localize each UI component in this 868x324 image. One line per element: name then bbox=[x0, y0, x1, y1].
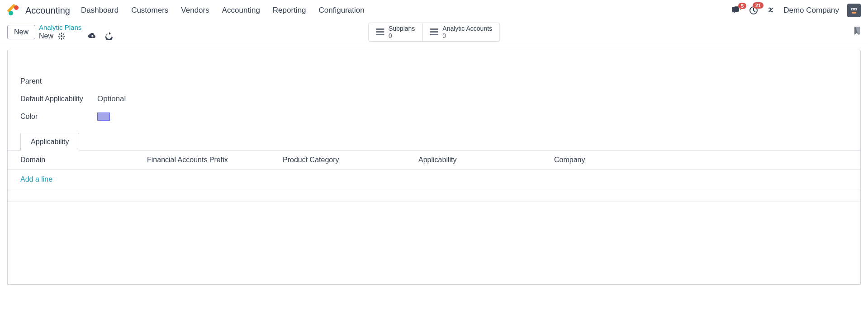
table-header: Domain Financial Accounts Prefix Product… bbox=[8, 150, 860, 170]
gear-icon[interactable] bbox=[58, 33, 65, 40]
breadcrumb-parent[interactable]: Analytic Plans bbox=[39, 23, 113, 31]
add-line-link[interactable]: Add a line bbox=[20, 175, 52, 183]
svg-rect-5 bbox=[851, 8, 857, 10]
field-default-applicability: Default Applicability Optional bbox=[20, 94, 848, 103]
nav-dashboard[interactable]: Dashboard bbox=[81, 6, 119, 15]
stat-accounts-label: Analytic Accounts bbox=[442, 25, 492, 32]
svg-rect-8 bbox=[852, 12, 856, 14]
activities-icon[interactable]: 21 bbox=[749, 6, 758, 15]
nav-menu: Dashboard Customers Vendors Accounting R… bbox=[81, 6, 365, 15]
nav-reporting[interactable]: Reporting bbox=[273, 6, 306, 15]
tab-applicability[interactable]: Applicability bbox=[20, 133, 79, 150]
tools-icon[interactable] bbox=[766, 5, 775, 16]
action-bar: New Analytic Plans New Subplans 0 bbox=[0, 21, 868, 45]
stat-buttons: Subplans 0 Analytic Accounts 0 bbox=[368, 23, 500, 42]
navbar-right: 5 21 Demo Company bbox=[732, 4, 861, 17]
save-cloud-icon[interactable] bbox=[88, 33, 97, 40]
color-label: Color bbox=[20, 113, 97, 121]
col-category: Product Category bbox=[283, 156, 418, 164]
list-icon bbox=[430, 28, 438, 35]
stat-analytic-accounts[interactable]: Analytic Accounts 0 bbox=[422, 23, 499, 41]
user-avatar[interactable] bbox=[847, 4, 861, 17]
table-body: Add a line bbox=[8, 170, 860, 189]
new-button[interactable]: New bbox=[7, 25, 35, 39]
default-applicability-label: Default Applicability bbox=[20, 95, 97, 103]
activities-badge: 21 bbox=[753, 2, 764, 9]
stat-subplans[interactable]: Subplans 0 bbox=[369, 23, 422, 41]
nav-configuration[interactable]: Configuration bbox=[319, 6, 365, 15]
form-container: Parent Default Applicability Optional Co… bbox=[0, 45, 868, 315]
field-parent: Parent bbox=[20, 77, 848, 85]
nav-vendors[interactable]: Vendors bbox=[181, 6, 209, 15]
field-color: Color bbox=[20, 113, 848, 121]
stat-accounts-count: 0 bbox=[442, 32, 492, 39]
nav-accounting[interactable]: Accounting bbox=[222, 6, 260, 15]
company-selector[interactable]: Demo Company bbox=[783, 6, 839, 15]
col-domain: Domain bbox=[20, 156, 147, 164]
default-applicability-select[interactable]: Optional bbox=[97, 94, 126, 103]
table-footer bbox=[8, 189, 860, 202]
stat-subplans-label: Subplans bbox=[389, 25, 415, 32]
svg-point-1 bbox=[9, 11, 13, 15]
parent-label: Parent bbox=[20, 77, 97, 85]
breadcrumb-current: New bbox=[39, 32, 53, 40]
tabs: Applicability bbox=[8, 132, 860, 150]
col-company: Company bbox=[554, 156, 848, 164]
svg-point-6 bbox=[852, 9, 853, 9]
discard-icon[interactable] bbox=[105, 32, 113, 40]
messages-icon[interactable]: 5 bbox=[732, 6, 741, 14]
color-picker[interactable] bbox=[97, 113, 110, 121]
svg-point-7 bbox=[855, 9, 856, 9]
svg-point-9 bbox=[61, 35, 62, 37]
form-sheet: Parent Default Applicability Optional Co… bbox=[7, 50, 861, 285]
breadcrumb: Analytic Plans New bbox=[39, 23, 113, 40]
nav-customers[interactable]: Customers bbox=[131, 6, 168, 15]
col-prefix: Financial Accounts Prefix bbox=[147, 156, 283, 164]
top-navbar: Accounting Dashboard Customers Vendors A… bbox=[0, 0, 868, 21]
svg-point-2 bbox=[14, 5, 19, 10]
stat-subplans-count: 0 bbox=[389, 32, 415, 39]
col-applicability: Applicability bbox=[418, 156, 554, 164]
app-logo[interactable] bbox=[7, 4, 20, 17]
bookmark-icon[interactable] bbox=[854, 27, 861, 37]
list-icon bbox=[376, 28, 384, 35]
messages-badge: 5 bbox=[738, 3, 746, 9]
app-title[interactable]: Accounting bbox=[25, 5, 70, 16]
